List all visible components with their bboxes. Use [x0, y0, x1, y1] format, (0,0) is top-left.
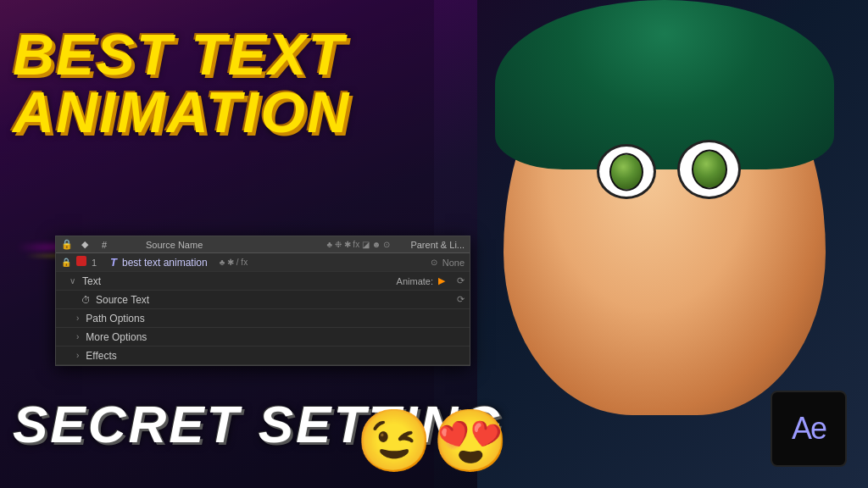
- none-label: None: [442, 258, 465, 268]
- title-line1: Best Text: [13, 25, 350, 83]
- animate-label: Animate:: [397, 276, 433, 286]
- emoji-area: 😉😍: [356, 410, 509, 471]
- anime-hair: [495, 0, 834, 169]
- layer-lock-icon: 🔒: [61, 258, 71, 267]
- layer-row[interactable]: 🔒 1 T best text animation ♣ ✱ / fx ⊙ Non…: [56, 253, 470, 272]
- ae-panel: 🔒 ◆ # Source Name ♣ ❉ ✱ fx ◪ ☻ ⊙ Parent …: [55, 236, 470, 366]
- source-text-row[interactable]: ⏱ Source Text ⟳: [56, 291, 470, 309]
- anime-eye-right: [677, 140, 741, 199]
- text-expand-arrow: ∨: [70, 276, 75, 286]
- ae-logo-text: Ae: [792, 411, 826, 446]
- red-label: [76, 256, 86, 266]
- layer-name-label: best text animation: [122, 257, 208, 269]
- text-property-row[interactable]: ∨ Text Animate: ▶ ⟳: [56, 272, 470, 291]
- anime-pupil-left: [609, 152, 643, 191]
- effects-expand-arrow: ›: [76, 351, 79, 360]
- num-col-header: #: [102, 240, 119, 250]
- source-reset-icon: ⟳: [457, 294, 465, 305]
- path-expand-arrow: ›: [76, 313, 79, 323]
- more-options-label: More Options: [86, 331, 147, 343]
- path-options-row[interactable]: › Path Options: [56, 309, 470, 328]
- main-title: Best Text Animation: [13, 25, 350, 141]
- parent-col-header: Parent & Li...: [397, 240, 465, 250]
- more-options-row[interactable]: › More Options: [56, 328, 470, 347]
- parent-icon: ⊙: [431, 258, 437, 267]
- icons-col-header: ♣ ❉ ✱ fx ◪ ☻ ⊙: [326, 240, 390, 249]
- path-options-label: Path Options: [86, 313, 144, 324]
- ae-panel-header: 🔒 ◆ # Source Name ♣ ❉ ✱ fx ◪ ☻ ⊙ Parent …: [56, 236, 470, 253]
- effects-row[interactable]: › Effects: [56, 347, 470, 365]
- animate-arrow-icon: ▶: [438, 275, 445, 286]
- effects-label: Effects: [86, 350, 116, 362]
- label-col-header: ◆: [81, 239, 95, 250]
- source-name-col: Source Name: [146, 240, 320, 250]
- anime-pupil-right: [692, 150, 727, 190]
- anime-eye-left: [597, 144, 656, 199]
- layer-label-color: [76, 256, 86, 269]
- ae-logo: Ae: [771, 391, 847, 467]
- layer-icons: ♣ ✱ / fx: [220, 258, 248, 267]
- lock-col-header: 🔒: [61, 239, 75, 250]
- reset-icon: ⟳: [457, 275, 465, 286]
- source-text-label: Source Text: [96, 294, 149, 306]
- stopwatch-icon: ⏱: [81, 295, 91, 305]
- text-type-icon: T: [110, 256, 117, 269]
- more-expand-arrow: ›: [76, 332, 79, 341]
- text-property-label: Text: [82, 275, 101, 287]
- title-line2: Animation: [13, 83, 350, 141]
- layer-number: 1: [92, 258, 105, 268]
